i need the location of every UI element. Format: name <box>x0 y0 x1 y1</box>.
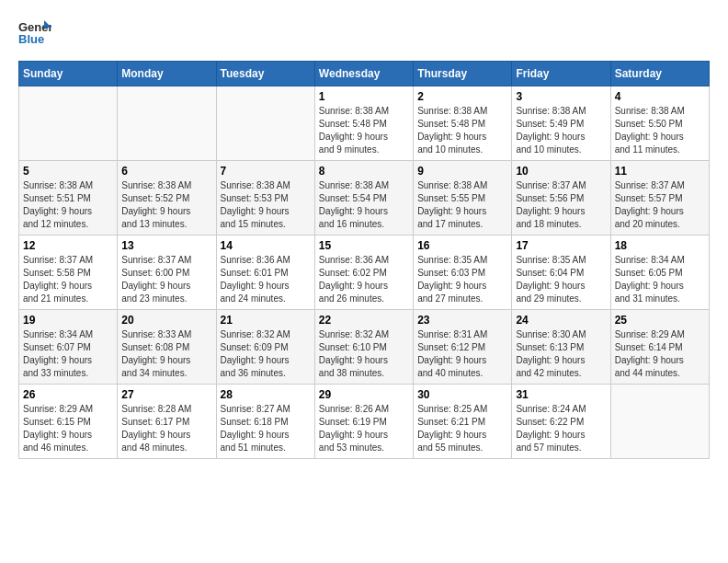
day-info: Sunrise: 8:34 AM Sunset: 6:07 PM Dayligh… <box>23 328 113 380</box>
calendar-cell: 20Sunrise: 8:33 AM Sunset: 6:08 PM Dayli… <box>118 310 216 385</box>
calendar-cell: 22Sunrise: 8:32 AM Sunset: 6:10 PM Dayli… <box>314 310 413 385</box>
day-info: Sunrise: 8:32 AM Sunset: 6:09 PM Dayligh… <box>221 328 311 380</box>
day-number: 18 <box>615 239 705 252</box>
day-number: 26 <box>23 388 113 401</box>
day-info: Sunrise: 8:35 AM Sunset: 6:04 PM Dayligh… <box>516 254 606 305</box>
calendar-cell: 8Sunrise: 8:38 AM Sunset: 5:54 PM Daylig… <box>314 161 413 236</box>
day-number: 5 <box>23 165 113 178</box>
weekday-header-sunday: Sunday <box>19 62 118 86</box>
day-number: 7 <box>221 165 311 178</box>
day-number: 28 <box>221 388 311 401</box>
day-info: Sunrise: 8:28 AM Sunset: 6:17 PM Dayligh… <box>121 403 211 454</box>
day-number: 9 <box>417 165 507 178</box>
calendar-cell: 1Sunrise: 8:38 AM Sunset: 5:48 PM Daylig… <box>314 86 413 161</box>
calendar-cell: 27Sunrise: 8:28 AM Sunset: 6:17 PM Dayli… <box>118 385 216 459</box>
day-number: 31 <box>516 388 606 401</box>
weekday-header-saturday: Saturday <box>610 62 709 86</box>
calendar-week-3: 12Sunrise: 8:37 AM Sunset: 5:58 PM Dayli… <box>19 236 710 310</box>
day-number: 19 <box>23 314 113 327</box>
calendar-cell: 25Sunrise: 8:29 AM Sunset: 6:14 PM Dayli… <box>610 310 709 385</box>
day-info: Sunrise: 8:29 AM Sunset: 6:14 PM Dayligh… <box>615 328 705 380</box>
calendar-cell: 13Sunrise: 8:37 AM Sunset: 6:00 PM Dayli… <box>118 236 216 310</box>
calendar-cell: 4Sunrise: 8:38 AM Sunset: 5:50 PM Daylig… <box>610 86 709 161</box>
calendar-cell: 28Sunrise: 8:27 AM Sunset: 6:18 PM Dayli… <box>216 385 314 459</box>
day-info: Sunrise: 8:24 AM Sunset: 6:22 PM Dayligh… <box>516 403 606 454</box>
calendar-cell: 19Sunrise: 8:34 AM Sunset: 6:07 PM Dayli… <box>19 310 118 385</box>
day-info: Sunrise: 8:38 AM Sunset: 5:50 PM Dayligh… <box>615 105 705 156</box>
day-number: 3 <box>516 90 606 103</box>
day-info: Sunrise: 8:29 AM Sunset: 6:15 PM Dayligh… <box>23 403 113 454</box>
weekday-header-wednesday: Wednesday <box>314 62 413 86</box>
day-number: 14 <box>221 239 311 252</box>
day-info: Sunrise: 8:32 AM Sunset: 6:10 PM Dayligh… <box>319 328 409 380</box>
day-info: Sunrise: 8:36 AM Sunset: 6:01 PM Dayligh… <box>221 254 311 305</box>
day-info: Sunrise: 8:38 AM Sunset: 5:51 PM Dayligh… <box>23 179 113 231</box>
calendar-cell: 7Sunrise: 8:38 AM Sunset: 5:53 PM Daylig… <box>216 161 314 236</box>
calendar-cell: 30Sunrise: 8:25 AM Sunset: 6:21 PM Dayli… <box>414 385 512 459</box>
day-info: Sunrise: 8:26 AM Sunset: 6:19 PM Dayligh… <box>319 403 409 454</box>
day-number: 17 <box>516 239 606 252</box>
day-number: 4 <box>615 90 705 103</box>
calendar-cell: 21Sunrise: 8:32 AM Sunset: 6:09 PM Dayli… <box>216 310 314 385</box>
day-info: Sunrise: 8:38 AM Sunset: 5:52 PM Dayligh… <box>121 179 211 231</box>
calendar-cell <box>118 86 216 161</box>
day-info: Sunrise: 8:25 AM Sunset: 6:21 PM Dayligh… <box>417 403 507 454</box>
calendar-cell: 12Sunrise: 8:37 AM Sunset: 5:58 PM Dayli… <box>19 236 118 310</box>
weekday-header-row: SundayMondayTuesdayWednesdayThursdayFrid… <box>19 62 710 86</box>
day-number: 20 <box>121 314 211 327</box>
day-info: Sunrise: 8:38 AM Sunset: 5:48 PM Dayligh… <box>417 105 507 156</box>
day-number: 1 <box>319 90 409 103</box>
day-number: 30 <box>417 388 507 401</box>
day-info: Sunrise: 8:37 AM Sunset: 5:56 PM Dayligh… <box>516 179 606 231</box>
calendar-table: SundayMondayTuesdayWednesdayThursdayFrid… <box>18 61 710 459</box>
calendar-cell: 17Sunrise: 8:35 AM Sunset: 6:04 PM Dayli… <box>512 236 610 310</box>
calendar-cell: 29Sunrise: 8:26 AM Sunset: 6:19 PM Dayli… <box>314 385 413 459</box>
day-number: 25 <box>615 314 705 327</box>
day-info: Sunrise: 8:34 AM Sunset: 6:05 PM Dayligh… <box>615 254 705 305</box>
day-number: 29 <box>319 388 409 401</box>
calendar-week-2: 5Sunrise: 8:38 AM Sunset: 5:51 PM Daylig… <box>19 161 710 236</box>
day-number: 21 <box>221 314 311 327</box>
day-number: 8 <box>319 165 409 178</box>
calendar-body: 1Sunrise: 8:38 AM Sunset: 5:48 PM Daylig… <box>19 86 710 459</box>
day-info: Sunrise: 8:37 AM Sunset: 5:58 PM Dayligh… <box>23 254 113 305</box>
day-number: 27 <box>121 388 211 401</box>
logo: General Blue <box>18 18 51 46</box>
calendar-cell: 3Sunrise: 8:38 AM Sunset: 5:49 PM Daylig… <box>512 86 610 161</box>
calendar-cell: 10Sunrise: 8:37 AM Sunset: 5:56 PM Dayli… <box>512 161 610 236</box>
calendar-cell: 6Sunrise: 8:38 AM Sunset: 5:52 PM Daylig… <box>118 161 216 236</box>
day-info: Sunrise: 8:37 AM Sunset: 6:00 PM Dayligh… <box>121 254 211 305</box>
logo-icon: General Blue <box>18 18 51 46</box>
day-number: 24 <box>516 314 606 327</box>
calendar-cell: 11Sunrise: 8:37 AM Sunset: 5:57 PM Dayli… <box>610 161 709 236</box>
day-info: Sunrise: 8:38 AM Sunset: 5:48 PM Dayligh… <box>319 105 409 156</box>
day-info: Sunrise: 8:38 AM Sunset: 5:54 PM Dayligh… <box>319 179 409 231</box>
calendar-cell: 26Sunrise: 8:29 AM Sunset: 6:15 PM Dayli… <box>19 385 118 459</box>
weekday-header-tuesday: Tuesday <box>216 62 314 86</box>
calendar-cell: 14Sunrise: 8:36 AM Sunset: 6:01 PM Dayli… <box>216 236 314 310</box>
day-number: 2 <box>417 90 507 103</box>
day-info: Sunrise: 8:36 AM Sunset: 6:02 PM Dayligh… <box>319 254 409 305</box>
day-info: Sunrise: 8:38 AM Sunset: 5:53 PM Dayligh… <box>221 179 311 231</box>
calendar-week-5: 26Sunrise: 8:29 AM Sunset: 6:15 PM Dayli… <box>19 385 710 459</box>
calendar-cell <box>216 86 314 161</box>
day-number: 13 <box>121 239 211 252</box>
day-info: Sunrise: 8:38 AM Sunset: 5:55 PM Dayligh… <box>417 179 507 231</box>
day-info: Sunrise: 8:31 AM Sunset: 6:12 PM Dayligh… <box>417 328 507 380</box>
calendar-cell: 18Sunrise: 8:34 AM Sunset: 6:05 PM Dayli… <box>610 236 709 310</box>
day-info: Sunrise: 8:33 AM Sunset: 6:08 PM Dayligh… <box>121 328 211 380</box>
calendar-cell <box>610 385 709 459</box>
day-number: 12 <box>23 239 113 252</box>
day-number: 10 <box>516 165 606 178</box>
calendar-week-4: 19Sunrise: 8:34 AM Sunset: 6:07 PM Dayli… <box>19 310 710 385</box>
calendar-cell: 5Sunrise: 8:38 AM Sunset: 5:51 PM Daylig… <box>19 161 118 236</box>
day-number: 16 <box>417 239 507 252</box>
day-info: Sunrise: 8:30 AM Sunset: 6:13 PM Dayligh… <box>516 328 606 380</box>
calendar-cell: 2Sunrise: 8:38 AM Sunset: 5:48 PM Daylig… <box>414 86 512 161</box>
day-number: 22 <box>319 314 409 327</box>
calendar-cell: 16Sunrise: 8:35 AM Sunset: 6:03 PM Dayli… <box>414 236 512 310</box>
page-header: General Blue <box>18 18 710 46</box>
weekday-header-monday: Monday <box>118 62 216 86</box>
weekday-header-friday: Friday <box>512 62 610 86</box>
day-info: Sunrise: 8:38 AM Sunset: 5:49 PM Dayligh… <box>516 105 606 156</box>
